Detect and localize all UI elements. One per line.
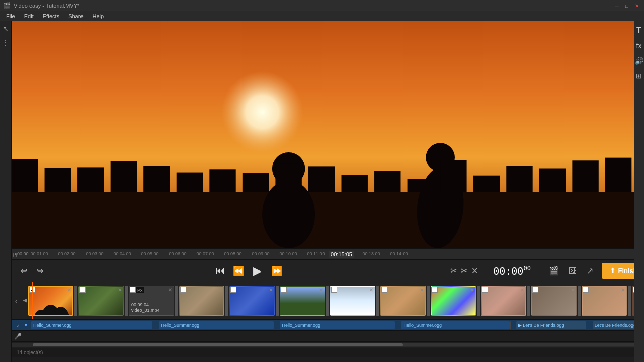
left-toolbar: ↖ ⋮ bbox=[0, 21, 12, 362]
clip-11-handle[interactable] bbox=[578, 286, 581, 316]
minimize-button[interactable]: ─ bbox=[613, 2, 621, 9]
clip-1-handle[interactable] bbox=[74, 286, 77, 316]
text-tool-icon[interactable]: T bbox=[634, 26, 643, 35]
scroll-track bbox=[33, 343, 644, 346]
clip-9-checkbox[interactable] bbox=[432, 287, 438, 293]
cut-tool[interactable]: ✂ bbox=[450, 266, 457, 276]
menu-share[interactable]: Share bbox=[64, 12, 87, 20]
add-tools: 🎬 🖼 ↗ bbox=[546, 263, 598, 279]
clip-2[interactable]: ✕ bbox=[78, 286, 124, 316]
audio-2-track bbox=[24, 332, 644, 340]
clip-11-checkbox[interactable] bbox=[532, 287, 538, 293]
clips-scroll[interactable]: ✕ bbox=[28, 286, 644, 316]
audio-seg-5: ▶ Let's Be Friends.ogg bbox=[516, 321, 586, 329]
effects-icon[interactable]: fx bbox=[634, 41, 643, 50]
clip-4-handle[interactable] bbox=[225, 286, 228, 316]
clip-11-close[interactable]: ✕ bbox=[570, 287, 576, 293]
clip-4[interactable]: ✕ bbox=[179, 286, 224, 316]
clip-8-checkbox[interactable] bbox=[381, 287, 387, 293]
clip-5-close[interactable]: ✕ bbox=[268, 287, 274, 293]
timecode-display: 00:0000 bbox=[482, 265, 542, 277]
clip-12[interactable]: ✕ bbox=[582, 286, 627, 316]
audio-icon[interactable]: 🔊 bbox=[634, 56, 643, 65]
skip-to-start-button[interactable]: ⏮ bbox=[212, 263, 228, 279]
split-tool[interactable]: ✂ bbox=[461, 266, 467, 276]
timeline-ruler: ▸00:00 00:01:00 00:02:00 00:03:00 00:04:… bbox=[12, 248, 644, 259]
clip-2-checkbox[interactable] bbox=[79, 287, 86, 293]
clip-2-close[interactable]: ✕ bbox=[117, 287, 123, 293]
clip-6[interactable]: ✕ bbox=[280, 286, 325, 316]
clip-3-handle[interactable] bbox=[175, 286, 178, 316]
play-pause-button[interactable]: ▶ bbox=[249, 262, 267, 280]
clip-10-close[interactable]: ✕ bbox=[519, 287, 525, 293]
clip-8[interactable]: ✕ bbox=[380, 286, 426, 316]
ruler-mark-6: 00:06:00 bbox=[169, 251, 197, 256]
finish-icon: ⬆ bbox=[610, 267, 615, 275]
clip-2-handle[interactable] bbox=[125, 286, 128, 316]
trim-tool[interactable]: ⋮ bbox=[0, 37, 11, 48]
undo-button[interactable]: ↩ bbox=[17, 264, 31, 278]
ruler-mark-8: 00:08:00 bbox=[224, 251, 252, 256]
clip-12-close[interactable]: ✕ bbox=[620, 287, 626, 293]
delete-tool[interactable]: ✕ bbox=[471, 266, 478, 276]
window-title: Video easy - Tutorial.MVY* bbox=[14, 3, 79, 9]
clip-10-handle[interactable] bbox=[527, 286, 530, 316]
clip-6-checkbox[interactable] bbox=[281, 287, 287, 293]
clip-7-checkbox[interactable] bbox=[331, 287, 337, 293]
selection-tool[interactable]: ↖ bbox=[0, 23, 11, 34]
step-back-button[interactable]: ⏪ bbox=[230, 263, 247, 279]
clip-7[interactable]: ✕ bbox=[330, 286, 375, 316]
title-bar-left: 🎬 Video easy - Tutorial.MVY* bbox=[3, 2, 79, 9]
clip-6-handle[interactable] bbox=[326, 286, 329, 316]
menu-file[interactable]: File bbox=[2, 12, 19, 20]
clip-3-checkbox[interactable] bbox=[130, 287, 136, 293]
audio-1-toggle[interactable]: ▼ bbox=[24, 323, 28, 328]
clip-7-handle[interactable] bbox=[376, 286, 379, 316]
clip-5-checkbox[interactable] bbox=[230, 287, 236, 293]
menu-edit[interactable]: Edit bbox=[20, 12, 38, 20]
clip-8-handle[interactable] bbox=[427, 286, 430, 316]
scroll-thumb[interactable] bbox=[33, 343, 403, 346]
clip-3-close[interactable]: ✕ bbox=[167, 287, 173, 293]
add-photo-button[interactable]: 🖼 bbox=[565, 263, 580, 279]
clip-12-handle[interactable] bbox=[628, 286, 631, 316]
clip-12-checkbox[interactable] bbox=[583, 287, 589, 293]
clip-3-duration: 00:09:04video_01.mp4 bbox=[131, 302, 160, 313]
video-preview: › bbox=[12, 21, 644, 248]
clip-5-handle[interactable] bbox=[276, 286, 279, 316]
close-button[interactable]: ✕ bbox=[633, 2, 641, 9]
redo-button[interactable]: ↪ bbox=[33, 264, 47, 278]
audio-1-icon[interactable]: ♪ bbox=[14, 321, 22, 329]
clip-11[interactable]: ✕ bbox=[531, 286, 577, 316]
ruler-mark-9: 00:09:00 bbox=[252, 251, 280, 256]
menu-help[interactable]: Help bbox=[89, 12, 108, 20]
step-forward-button[interactable]: ⏩ bbox=[269, 263, 285, 279]
clip-4-close[interactable]: ✕ bbox=[217, 287, 223, 293]
menu-effects[interactable]: Effects bbox=[39, 12, 63, 20]
crop-icon[interactable]: ⊞ bbox=[634, 71, 643, 80]
audio-2-icon[interactable]: 🎤 bbox=[14, 332, 22, 340]
timeline-scrollbar[interactable] bbox=[12, 343, 644, 347]
clip-5[interactable]: ✕ bbox=[229, 286, 275, 316]
clip-3[interactable]: ✕ Px 00:09:04video_01.mp4 bbox=[129, 286, 174, 316]
clip-9-close[interactable]: ✕ bbox=[469, 287, 475, 293]
clip-9[interactable]: ✕ bbox=[431, 286, 476, 316]
clip-8-close[interactable]: ✕ bbox=[419, 287, 425, 293]
clip-9-handle[interactable] bbox=[477, 286, 480, 316]
clip-1-close[interactable]: ✕ bbox=[66, 287, 72, 293]
clip-7-close[interactable]: ✕ bbox=[368, 287, 374, 293]
timeline-scroll-left[interactable]: ‹ bbox=[12, 283, 21, 318]
play-controls: ⏮ ⏪ ▶ ⏩ bbox=[212, 262, 285, 280]
clip-1-checkbox[interactable] bbox=[29, 287, 35, 293]
maximize-button[interactable]: □ bbox=[623, 2, 631, 9]
clip-10-checkbox[interactable] bbox=[482, 287, 488, 293]
edit-tools: ✂ ✂ ✕ bbox=[450, 266, 478, 276]
add-video-button[interactable]: 🎬 bbox=[546, 263, 561, 279]
clip-4-checkbox[interactable] bbox=[180, 287, 186, 293]
preview-canvas bbox=[12, 21, 644, 248]
clip-6-close[interactable]: ✕ bbox=[318, 287, 324, 293]
clip-10[interactable]: ✕ bbox=[481, 286, 526, 316]
clips-wrapper: ▶ ✕ bbox=[21, 286, 644, 316]
add-transition-button[interactable]: ↗ bbox=[583, 263, 598, 279]
clip-1[interactable]: ✕ bbox=[28, 286, 73, 316]
